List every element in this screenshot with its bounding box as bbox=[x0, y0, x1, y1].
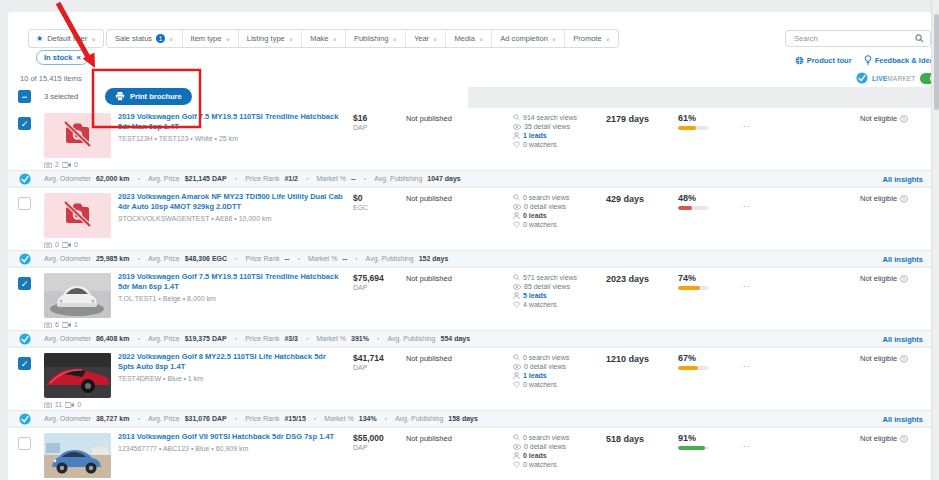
row-checkbox[interactable] bbox=[18, 357, 31, 370]
chevron-down-icon: ∨ bbox=[332, 36, 336, 42]
filter-ad-completion[interactable]: Ad completion∨ bbox=[491, 30, 564, 47]
promotion-empty-value: -- bbox=[743, 281, 750, 290]
print-brochure-button[interactable]: Print brochure bbox=[105, 88, 192, 105]
leads-icon bbox=[513, 452, 520, 459]
listing-title-link[interactable]: 2019 Volkswagen Golf 7.5 MY19.5 110TSI T… bbox=[118, 112, 344, 132]
vehicle-thumbnail-missing[interactable] bbox=[44, 113, 111, 158]
listing-title-link[interactable]: 2022 Volkswagen Golf 8 MY22.5 110TSI Lif… bbox=[118, 352, 344, 372]
feedback-ideas-link[interactable]: Feedback & Ideas bbox=[864, 55, 938, 65]
default-filter-button[interactable]: ★ Default filter ∨ bbox=[28, 29, 104, 48]
remove-filter-icon[interactable]: × bbox=[76, 53, 81, 62]
listing-row: 6 1 2019 Volkswagen Golf 7.5 MY19.5 110T… bbox=[8, 268, 931, 346]
globe-icon bbox=[795, 56, 804, 65]
promotion-empty-value: -- bbox=[743, 361, 750, 370]
listing-subtitle: T.OL.TEST1 • Beige • 8,000 km bbox=[118, 295, 344, 302]
ad-health: 67% bbox=[678, 353, 712, 370]
search-views-icon bbox=[513, 274, 520, 281]
row-checkbox[interactable] bbox=[18, 197, 31, 210]
health-percent: 61% bbox=[678, 113, 712, 123]
chevron-down-icon: ∨ bbox=[606, 36, 610, 42]
media-counts: 2 0 bbox=[44, 161, 78, 168]
watchers-icon bbox=[513, 221, 520, 228]
promotion-empty-value: -- bbox=[743, 201, 750, 210]
info-icon[interactable] bbox=[900, 435, 908, 443]
all-insights-link[interactable]: All insights bbox=[883, 255, 923, 264]
livemarket-logo-icon bbox=[19, 253, 31, 265]
health-progress-bar bbox=[678, 366, 708, 370]
vehicle-thumbnail-missing[interactable] bbox=[44, 193, 111, 238]
detail-views-icon bbox=[513, 444, 521, 450]
detail-views-icon bbox=[513, 284, 521, 290]
market-insights-footer: Avg. Odometer38,727 km• Avg. Price$31,07… bbox=[8, 410, 931, 426]
listing-title-link[interactable]: 2019 Volkswagen Golf 7.5 MY19.5 110TSI T… bbox=[118, 272, 344, 292]
row-checkbox[interactable] bbox=[18, 437, 31, 450]
ad-health: 61% bbox=[678, 113, 712, 130]
listing-row: 2 0 2019 Volkswagen Golf 7.5 MY19.5 110T… bbox=[8, 108, 931, 186]
price-value: $55,000 bbox=[353, 433, 403, 443]
star-icon: ★ bbox=[36, 35, 43, 43]
livemarket-logo-icon bbox=[856, 72, 868, 84]
leads-icon bbox=[513, 212, 520, 219]
filter-publishing[interactable]: Publishing∨ bbox=[345, 30, 405, 47]
vehicle-thumbnail[interactable] bbox=[44, 433, 111, 478]
livemarket-logo-icon bbox=[19, 333, 31, 345]
scrollbar-thumb[interactable] bbox=[934, 14, 939, 110]
engagement-stats: 0 search views 0 detail views 0 leads 0 … bbox=[513, 193, 569, 229]
vehicle-thumbnail[interactable] bbox=[44, 273, 111, 318]
all-insights-link[interactable]: All insights bbox=[883, 335, 923, 344]
row-checkbox[interactable] bbox=[18, 117, 31, 130]
product-tour-link[interactable]: Product tour bbox=[795, 55, 852, 65]
vehicle-thumbnail[interactable] bbox=[44, 353, 111, 398]
select-all-checkbox[interactable] bbox=[18, 90, 31, 103]
health-percent: 91% bbox=[678, 433, 712, 443]
chevron-down-icon: ∨ bbox=[225, 36, 229, 42]
filter-count-badge: 1 bbox=[156, 34, 165, 43]
engagement-stats: 571 search views 85 detail views 5 leads… bbox=[513, 273, 577, 309]
watchers-icon bbox=[513, 461, 520, 468]
leads-icon bbox=[513, 292, 520, 299]
price-value: $16 bbox=[353, 113, 403, 123]
search-views-icon bbox=[513, 194, 520, 201]
red-car-photo bbox=[44, 353, 111, 398]
filter-sale-status[interactable]: Sale status 1 ∨ bbox=[107, 30, 182, 47]
search-icon[interactable] bbox=[915, 34, 924, 43]
selected-count: 3 selected bbox=[44, 92, 78, 101]
listing-title-link[interactable]: 2013 Volkswagen Golf VII 90TSI Hatchback… bbox=[118, 432, 344, 442]
eligibility-status: Not eligible bbox=[860, 434, 936, 443]
listing-title-link[interactable]: 2023 Volkswagen Amarok NF MY23 TDI500 Li… bbox=[118, 192, 344, 212]
info-icon[interactable] bbox=[900, 355, 908, 363]
info-icon[interactable] bbox=[900, 195, 908, 203]
filter-year[interactable]: Year∨ bbox=[405, 30, 446, 47]
filter-listing-type[interactable]: Listing type∨ bbox=[238, 30, 301, 47]
leads-icon bbox=[513, 372, 520, 379]
leads-icon bbox=[513, 132, 520, 139]
selection-toolbar: 3 selected Print brochure bbox=[8, 85, 468, 108]
engagement-stats: 0 search views 0 detail views 0 leads 0 … bbox=[513, 433, 569, 469]
health-progress-bar bbox=[678, 206, 708, 210]
price-type: DAP bbox=[353, 284, 403, 291]
filter-item-type[interactable]: Item type∨ bbox=[182, 30, 238, 47]
media-counts: 0 0 bbox=[44, 241, 78, 248]
all-insights-link[interactable]: All insights bbox=[883, 415, 923, 424]
ad-health: 91% bbox=[678, 433, 712, 450]
health-percent: 48% bbox=[678, 193, 712, 203]
info-icon[interactable] bbox=[900, 115, 908, 123]
search-input[interactable] bbox=[792, 33, 915, 44]
info-icon[interactable] bbox=[900, 275, 908, 283]
engagement-stats: 0 search views 0 detail views 1 leads 0 … bbox=[513, 353, 569, 389]
eligibility-status: Not eligible bbox=[860, 114, 936, 123]
chevron-down-icon: ∨ bbox=[393, 36, 397, 42]
active-filter-chip-in-stock[interactable]: In stock × bbox=[36, 50, 89, 65]
filter-make[interactable]: Make∨ bbox=[301, 30, 345, 47]
price-block: $55,000 DAP bbox=[353, 433, 403, 451]
all-insights-link[interactable]: All insights bbox=[883, 175, 923, 184]
video-count-icon bbox=[62, 162, 71, 168]
filter-media[interactable]: Media∨ bbox=[445, 30, 491, 47]
price-value: $41,714 bbox=[353, 353, 403, 363]
livemarket-logo-icon bbox=[19, 173, 31, 185]
search-box bbox=[785, 30, 931, 47]
media-counts: 11 0 bbox=[44, 401, 81, 408]
livemarket-toggle-row: LIVEMARKET ✓ bbox=[856, 72, 939, 84]
filter-promote[interactable]: Promote∨ bbox=[564, 30, 618, 47]
row-checkbox[interactable] bbox=[18, 277, 31, 290]
